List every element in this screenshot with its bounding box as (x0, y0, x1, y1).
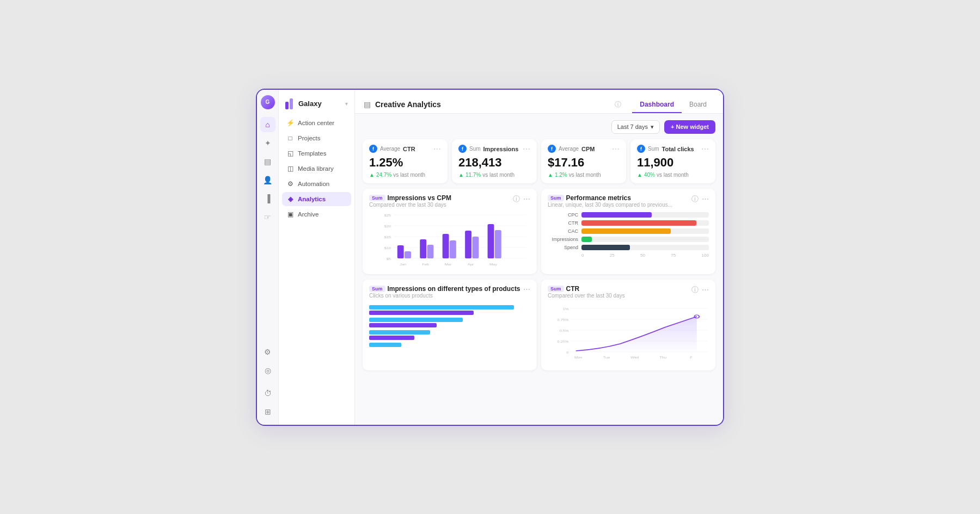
hbar-fill (581, 212, 652, 218)
chart-info-btn[interactable]: ⓘ (691, 194, 699, 204)
prod-bar (369, 336, 414, 340)
hbar-row-cpc: CPC (548, 212, 709, 218)
sidebar-item-templates[interactable]: ◱ Templates (282, 146, 351, 160)
axis-label: 25 (610, 253, 615, 258)
chart-more-btn[interactable]: ⋯ (702, 286, 709, 294)
stat-more-icon[interactable]: ⋯ (612, 145, 620, 153)
sidebar-item-label: Automation (298, 181, 329, 187)
hbar-fill (581, 245, 630, 250)
sidebar-item-media-library[interactable]: ◫ Media library (282, 162, 351, 176)
media-library-icon: ◫ (286, 165, 294, 172)
svg-rect-14 (443, 234, 449, 258)
icon-add[interactable]: ⊞ (260, 404, 275, 419)
chart-more-btn[interactable]: ⋯ (523, 195, 530, 203)
chart-impressions-cpm: Sum Impressions vs CPM Compared over the… (363, 189, 537, 274)
templates-icon: ◱ (286, 150, 294, 157)
icon-layout[interactable]: ▤ (260, 154, 275, 169)
sidebar-item-projects[interactable]: □ Projects (282, 131, 351, 145)
prod-bar (369, 318, 463, 322)
hbar-label: Spend (548, 245, 578, 250)
icon-chart[interactable]: ▐ (260, 191, 275, 206)
chart-info-btn[interactable]: ⓘ (513, 194, 520, 204)
info-icon[interactable]: ⓘ (615, 100, 621, 109)
page-title: Creative Analytics (375, 100, 610, 109)
stat-card-header: f Average CTR ⋯ (369, 145, 441, 153)
date-chevron-icon: ▾ (651, 123, 654, 131)
sidebar-item-label: Media library (298, 165, 334, 172)
hbar-chart: CPC CTR CAC (548, 212, 709, 258)
chart-header: Sum Performance metrics Linear, unique, … (548, 194, 709, 211)
hbar-fill (581, 237, 592, 242)
hbar-fill (581, 228, 671, 234)
icon-help[interactable]: ◎ (260, 363, 275, 378)
hbar-axis: 0 25 50 75 100 (548, 253, 709, 258)
sidebar-item-action-center[interactable]: ⚡ Action center (282, 116, 351, 130)
svg-text:$25: $25 (384, 214, 391, 217)
stat-change: ▲ 11.7% vs last month (458, 172, 530, 178)
svg-rect-10 (397, 245, 404, 258)
chart-more-btn[interactable]: ⋯ (523, 285, 530, 293)
stat-type: Sum (648, 146, 659, 152)
chart-label: Sum (548, 286, 564, 292)
facebook-icon: f (458, 145, 467, 153)
stat-change: ▲ 1.2% vs last month (548, 172, 620, 178)
stat-card-header: f Average CPM ⋯ (548, 145, 620, 153)
svg-rect-17 (472, 237, 479, 258)
chart-title-group: Sum Impressions vs CPM Compared over the… (369, 194, 513, 211)
prod-hbar-2 (369, 318, 530, 327)
chart-label: Sum (369, 195, 385, 201)
sidebar-item-analytics[interactable]: ◈ Analytics (282, 192, 351, 206)
chart-performance: Sum Performance metrics Linear, unique, … (541, 189, 715, 274)
stat-card-cpm: f Average CPM ⋯ $17.16 ▲ 1.2% vs last mo… (541, 139, 626, 183)
date-range-selector[interactable]: Last 7 days ▾ (611, 120, 660, 134)
analytics-icon: ◈ (286, 195, 294, 203)
product-bars (369, 303, 530, 352)
stat-more-icon[interactable]: ⋯ (701, 145, 709, 153)
icon-settings[interactable]: ⚙ (260, 344, 275, 360)
icon-shapes[interactable]: ✦ (260, 135, 275, 151)
icon-users[interactable]: 👤 (260, 172, 275, 188)
svg-point-35 (694, 315, 699, 318)
sidebar-item-automation[interactable]: ⚙ Automation (282, 177, 351, 191)
facebook-icon: f (637, 145, 645, 153)
icon-timer[interactable]: ⏱ (260, 386, 275, 401)
new-widget-button[interactable]: + New widget (664, 120, 715, 134)
header-icon: ▤ (364, 100, 371, 109)
chart-more-btn[interactable]: ⋯ (702, 195, 709, 203)
avatar[interactable]: G (261, 95, 275, 109)
tab-board[interactable]: Board (682, 96, 714, 113)
tab-dashboard[interactable]: Dashboard (632, 96, 682, 113)
icon-hand[interactable]: ☞ (260, 209, 275, 225)
main-sidebar: Galaxy ▾ ⚡ Action center □ Projects ◱ Te… (279, 90, 355, 425)
svg-text:$20: $20 (384, 225, 391, 228)
svg-text:Mon: Mon (574, 356, 583, 359)
prod-hbar-3 (369, 330, 530, 340)
stat-value: 1.25% (369, 156, 441, 170)
svg-text:Apr: Apr (468, 263, 474, 266)
change-text: vs last month (482, 172, 514, 178)
stat-more-icon[interactable]: ⋯ (433, 145, 441, 153)
chart-products: Sum Impressions on different types of pr… (363, 280, 537, 370)
prod-bar (369, 305, 514, 309)
brand-icon (285, 98, 295, 109)
chart-title-group: Sum Impressions on different types of pr… (369, 285, 523, 302)
stat-value: 11,900 (637, 156, 709, 170)
stat-type: Average (380, 146, 400, 152)
stat-change: ▲ 24.7% vs last month (369, 172, 441, 178)
icon-home[interactable]: ⌂ (260, 117, 275, 132)
svg-text:$5: $5 (387, 257, 391, 261)
svg-text:$15: $15 (384, 236, 391, 239)
svg-text:0.75%: 0.75% (558, 318, 569, 321)
hbar-row-ctr: CTR (548, 220, 709, 226)
up-arrow-icon: ▲ (548, 172, 553, 178)
hbar-track (581, 212, 709, 218)
chart-info-btn[interactable]: ⓘ (691, 285, 699, 295)
sidebar-item-label: Action center (298, 120, 334, 126)
brand-chevron[interactable]: ▾ (345, 101, 348, 107)
sidebar-item-archive[interactable]: ▣ Archive (282, 207, 351, 221)
brand[interactable]: Galaxy ▾ (279, 95, 354, 116)
prod-bar (369, 311, 474, 315)
stat-more-icon[interactable]: ⋯ (523, 145, 530, 153)
hbar-fill (581, 220, 696, 226)
hbar-label: CPC (548, 212, 578, 218)
